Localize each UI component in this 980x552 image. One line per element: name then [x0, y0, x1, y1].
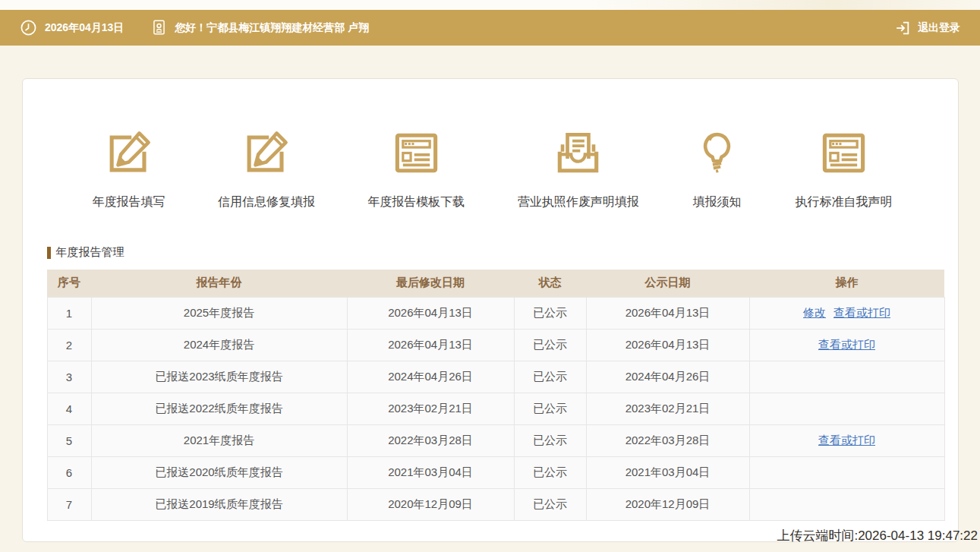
- action-link-view-print[interactable]: 查看或打印: [818, 434, 875, 446]
- shortcut-template-download[interactable]: 年度报告模板下载: [367, 128, 465, 210]
- actions-cell: 修改查看或打印: [749, 297, 944, 329]
- template-icon: [818, 128, 869, 178]
- report-year-cell: 2025年度报告: [91, 297, 347, 329]
- report-year-cell: 已报送2020纸质年度报告: [91, 456, 347, 488]
- publish-date-cell: 2024年04月26日: [586, 361, 749, 393]
- status-text: 已公示: [514, 393, 586, 424]
- action-link-view-print[interactable]: 查看或打印: [818, 338, 875, 351]
- status-text: 已公示: [514, 488, 586, 520]
- status-text: 已公示: [514, 456, 586, 488]
- report-table-body: 12025年度报告2026年04月13日已公示2026年04月13日修改查看或打…: [47, 297, 944, 520]
- last-modified-cell: 2024年04月26日: [347, 361, 514, 393]
- table-row: 12025年度报告2026年04月13日已公示2026年04月13日修改查看或打…: [47, 297, 944, 329]
- publish-date-cell: 2021年03月04日: [586, 456, 749, 488]
- publish-date-cell: 2026年04月13日: [586, 329, 749, 361]
- row-index: 4: [47, 393, 91, 424]
- actions-cell: [749, 361, 944, 393]
- row-index: 2: [47, 329, 91, 361]
- header-report-year: 报告年份: [91, 270, 347, 297]
- action-link-view-print[interactable]: 查看或打印: [833, 306, 890, 319]
- report-year-cell: 已报送2023纸质年度报告: [91, 361, 347, 393]
- clock-icon: [20, 19, 37, 36]
- header-publish-date: 公示日期: [586, 270, 749, 297]
- status-text: 已公示: [514, 329, 586, 361]
- actions-cell: 查看或打印: [749, 329, 944, 361]
- actions-cell: [749, 456, 944, 488]
- report-year-cell: 已报送2022纸质年度报告: [91, 393, 347, 424]
- header-last-modified: 最后修改日期: [347, 270, 514, 297]
- topbar: 2026年04月13日 您好！宁都县梅江镇翔翔建材经营部 卢翔 退出登录: [0, 10, 980, 46]
- shortcut-label: 营业执照作废声明填报: [518, 194, 639, 210]
- last-modified-cell: 2020年12月09日: [347, 488, 514, 520]
- page-top-strip: [0, 0, 980, 10]
- row-index: 7: [47, 488, 91, 520]
- last-modified-cell: 2021年03月04日: [347, 456, 514, 488]
- user-greeting: 您好！宁都县梅江镇翔翔建材经营部 卢翔: [175, 21, 369, 35]
- actions-cell: 查看或打印: [749, 424, 944, 456]
- last-modified-cell: 2023年02月21日: [347, 393, 514, 424]
- row-index: 3: [47, 361, 91, 393]
- publish-date-cell: 2026年04月13日: [586, 297, 749, 329]
- logout-button[interactable]: 退出登录: [894, 20, 960, 36]
- shortcut-label: 填报须知: [693, 194, 742, 210]
- publish-date-cell: 2022年03月28日: [586, 424, 749, 456]
- current-date: 2026年04月13日: [45, 21, 124, 35]
- row-index: 5: [47, 424, 91, 456]
- section-title-text: 年度报告管理: [56, 245, 124, 260]
- row-index: 1: [47, 297, 91, 329]
- template-icon: [391, 128, 442, 178]
- table-header-row: 序号 报告年份 最后修改日期 状态 公示日期 操作: [47, 270, 944, 297]
- inbox-icon: [553, 128, 603, 178]
- shortcut-filing-notice[interactable]: 填报须知: [692, 128, 742, 210]
- bulb-icon: [692, 128, 742, 178]
- publish-date-cell: 2023年02月21日: [586, 393, 749, 424]
- annual-report-table: 序号 报告年份 最后修改日期 状态 公示日期 操作 12025年度报告2026年…: [47, 270, 945, 521]
- edit-icon: [103, 128, 154, 178]
- section-title-marker: [47, 247, 51, 259]
- table-row: 52021年度报告2022年03月28日已公示2022年03月28日查看或打印: [47, 424, 944, 456]
- shortcut-license-cancellation[interactable]: 营业执照作废声明填报: [518, 128, 639, 210]
- shortcuts-row: 年度报告填写 信用信息修复填报 年度报告模板下载 营业执照作废声明填报 填报须知…: [23, 79, 958, 210]
- last-modified-cell: 2022年03月28日: [347, 424, 514, 456]
- date-group: 2026年04月13日: [20, 19, 124, 36]
- publish-date-cell: 2020年12月09日: [586, 488, 749, 520]
- actions-cell: [749, 488, 944, 520]
- report-year-cell: 2024年度报告: [91, 329, 347, 361]
- upload-time-text: 上传云端时间:2026-04-13 19:47:22: [777, 527, 978, 544]
- table-row: 6已报送2020纸质年度报告2021年03月04日已公示2021年03月04日: [47, 456, 944, 488]
- table-row: 4已报送2022纸质年度报告2023年02月21日已公示2023年02月21日: [47, 393, 944, 424]
- shortcut-credit-repair[interactable]: 信用信息修复填报: [218, 128, 315, 210]
- status-text: 已公示: [514, 297, 586, 329]
- logout-label: 退出登录: [918, 21, 960, 35]
- actions-cell: [749, 393, 944, 424]
- section-title: 年度报告管理: [47, 245, 958, 260]
- status-text: 已公示: [514, 424, 586, 456]
- report-year-cell: 已报送2019纸质年度报告: [91, 488, 347, 520]
- shortcut-standard-declaration[interactable]: 执行标准自我声明: [795, 128, 892, 210]
- report-year-cell: 2021年度报告: [91, 424, 347, 456]
- table-row: 22024年度报告2026年04月13日已公示2026年04月13日查看或打印: [47, 329, 944, 361]
- shortcut-label: 年度报告模板下载: [367, 194, 465, 210]
- row-index: 6: [47, 456, 91, 488]
- logout-icon: [894, 20, 911, 36]
- shortcut-label: 年度报告填写: [93, 194, 165, 210]
- shortcut-annual-report-fill[interactable]: 年度报告填写: [93, 128, 165, 210]
- shortcut-label: 信用信息修复填报: [218, 194, 315, 210]
- edit-icon: [241, 128, 291, 178]
- user-badge-icon: [151, 19, 167, 36]
- last-modified-cell: 2026年04月13日: [347, 329, 514, 361]
- table-row: 7已报送2019纸质年度报告2020年12月09日已公示2020年12月09日: [47, 488, 944, 520]
- action-link-edit[interactable]: 修改: [803, 306, 826, 319]
- header-status: 状态: [514, 270, 586, 297]
- header-no: 序号: [47, 270, 91, 297]
- header-operation: 操作: [749, 270, 944, 297]
- shortcut-label: 执行标准自我声明: [795, 194, 892, 210]
- table-row: 3已报送2023纸质年度报告2024年04月26日已公示2024年04月26日: [47, 361, 944, 393]
- main-card: 年度报告填写 信用信息修复填报 年度报告模板下载 营业执照作废声明填报 填报须知…: [22, 78, 959, 542]
- greeting-group: 您好！宁都县梅江镇翔翔建材经营部 卢翔: [151, 19, 369, 36]
- status-text: 已公示: [514, 361, 586, 393]
- last-modified-cell: 2026年04月13日: [347, 297, 514, 329]
